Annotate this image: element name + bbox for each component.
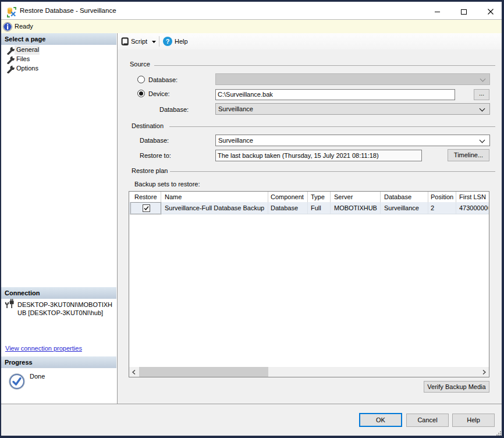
svg-text:?: ? (166, 38, 170, 45)
